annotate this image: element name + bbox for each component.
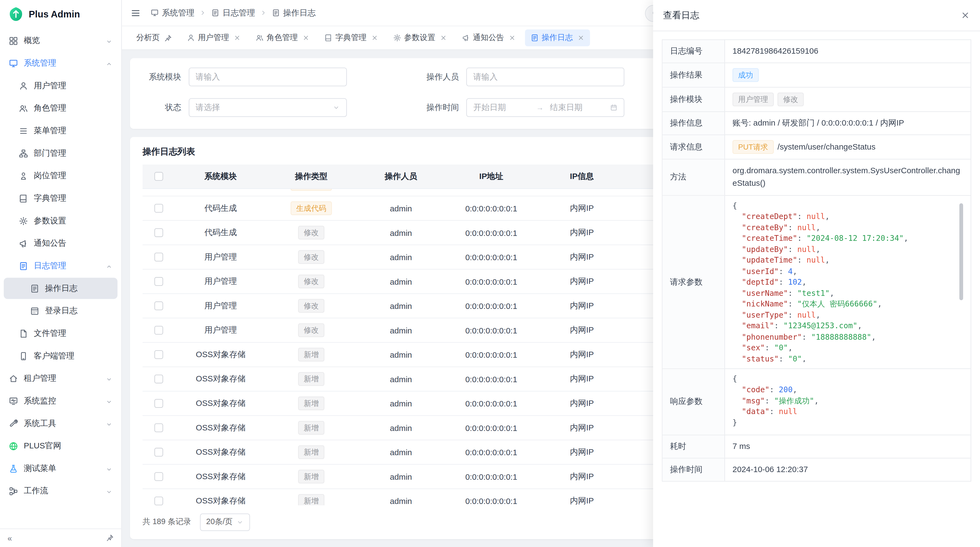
detail-text: 2024-10-06 12:20:37 [733,464,808,476]
sidebar-item[interactable]: PLUS官网 [4,435,118,456]
breadcrumb-item[interactable]: 操作日志 [272,7,316,18]
sidebar-item[interactable]: 登录日志 [4,300,118,321]
row-checkbox[interactable] [154,448,163,456]
tab-label: 参数设置 [404,32,435,43]
cell-module: 代码生成 [175,196,266,220]
row-checkbox[interactable] [154,375,163,383]
scrollbar[interactable] [959,203,963,359]
tab-close-icon[interactable] [234,34,240,41]
detail-label: 日志编号 [663,40,725,63]
end-date-placeholder: 结束日期 [550,102,606,113]
code-scroll-area[interactable]: { "createDept": null, "createBy": null, … [733,201,963,362]
tab-close-icon[interactable] [302,34,309,41]
tab-label: 分析页 [136,32,160,43]
column-header[interactable]: 操作人员 [356,164,445,188]
scrollbar-thumb[interactable] [959,203,963,300]
app-logo[interactable]: Plus Admin [0,0,121,27]
filter-input[interactable]: 请输入 [466,67,624,86]
input-placeholder: 请输入 [473,71,618,83]
cell-module: 用户管理 [175,270,266,293]
detail-label: 操作时间 [663,458,725,481]
sidebar-item[interactable]: 用户管理 [4,75,118,96]
close-icon[interactable] [961,11,970,20]
sidebar-item[interactable]: 文件管理 [4,323,118,344]
sidebar-item[interactable]: 角色管理 [4,97,118,119]
column-header[interactable]: IP地址 [445,164,537,188]
notice-icon [19,239,28,248]
tab[interactable]: 用户管理 [181,29,246,46]
row-checkbox[interactable] [154,326,163,335]
cell-ip: 0:0:0:0:0:0:0:1 [445,416,537,440]
sidebar-item[interactable]: 概览 [4,30,118,51]
select-all-checkbox[interactable] [154,172,163,180]
tab[interactable]: 通知公告 [456,29,521,46]
operlog-icon [272,9,280,17]
cell-module: 用户管理 [175,294,266,317]
sidebar-item[interactable]: 租户管理 [4,368,118,389]
breadcrumb-item[interactable]: 日志管理 [211,7,255,18]
breadcrumb-item[interactable]: 系统管理 [151,7,194,18]
column-header[interactable]: 操作类型 [266,164,356,188]
sidebar-item[interactable]: 系统监控 [4,391,118,411]
cell-action: 修改 [266,294,356,317]
sidebar-item[interactable]: 客户端管理 [4,345,118,367]
cell-ip-info: 内网IP [537,319,627,342]
row-checkbox[interactable] [154,399,163,408]
page-size-select[interactable]: 20条/页 [200,513,250,531]
row-checkbox[interactable] [154,253,163,262]
cell-module: OSS对象存储 [175,416,266,440]
sidebar-item[interactable]: 系统工具 [4,413,118,434]
row-checkbox[interactable] [154,423,163,432]
operlog-icon [30,284,39,293]
client-icon [19,351,28,360]
sidebar-footer: « [0,528,121,547]
action-tag: 修改 [298,323,324,337]
row-checkbox[interactable] [154,228,163,237]
filter-input[interactable]: 请输入 [189,67,347,86]
tab[interactable]: 字典管理 [318,29,383,46]
sidebar-item[interactable]: 参数设置 [4,210,118,231]
tab-close-icon[interactable] [509,34,515,41]
sidebar-item[interactable]: 操作日志 [4,277,118,299]
row-checkbox[interactable] [154,350,163,359]
tab[interactable]: 分析页 [130,29,177,46]
sidebar-item[interactable]: 岗位管理 [4,165,118,186]
sidebar-item[interactable]: 工作流 [4,480,118,501]
hamburger-menu-icon[interactable] [130,8,141,18]
row-checkbox[interactable] [154,301,163,310]
sidebar-item[interactable]: 部门管理 [4,142,118,164]
sidebar-item-label: 通知公告 [34,238,66,249]
detail-value: PUT请求/system/user/changeStatus [725,136,970,159]
row-checkbox[interactable] [154,204,163,212]
sidebar-item[interactable]: 日志管理 [4,255,118,276]
sidebar-item[interactable]: 测试菜单 [4,458,118,479]
sidebar-item[interactable]: 系统管理 [4,53,118,74]
tab-close-icon[interactable] [440,34,447,41]
row-checkbox[interactable] [154,472,163,481]
sidebar-item-label: 部门管理 [34,148,66,159]
test-icon [9,464,18,473]
collapse-sidebar-icon[interactable]: « [8,534,12,542]
sidebar-item[interactable]: 菜单管理 [4,120,118,141]
column-header[interactable]: IP信息 [537,164,627,188]
row-checkbox[interactable] [154,497,163,505]
sidebar-item[interactable]: 通知公告 [4,233,118,254]
tab[interactable]: 参数设置 [387,29,452,46]
pin-sidebar-icon[interactable] [106,534,114,542]
logo-icon [8,6,24,22]
json-code: { "code": 200, "msg": "操作成功", "data": nu… [733,374,963,429]
detail-text: 账号: admin / 研发部门 / 0:0:0:0:0:0:0:1 / 内网I… [733,117,904,130]
sidebar-item[interactable]: 字典管理 [4,188,118,209]
tab-close-icon[interactable] [371,34,378,41]
tab-close-icon[interactable] [577,34,584,41]
tab[interactable]: 操作日志 [525,29,590,46]
app-root: Plus Admin 概览系统管理用户管理角色管理菜单管理部门管理岗位管理字典管… [0,0,980,547]
column-header[interactable]: 系统模块 [175,164,266,188]
filter-select[interactable]: 请选择 [189,98,347,117]
row-checkbox[interactable] [154,277,163,286]
sidebar-item-label: 租户管理 [24,373,56,384]
tab[interactable]: 角色管理 [250,29,315,46]
sidebar-item-label: 参数设置 [34,215,66,226]
cell-operator: admin [356,294,445,317]
filter-daterange[interactable]: 开始日期→结束日期 [466,98,624,117]
